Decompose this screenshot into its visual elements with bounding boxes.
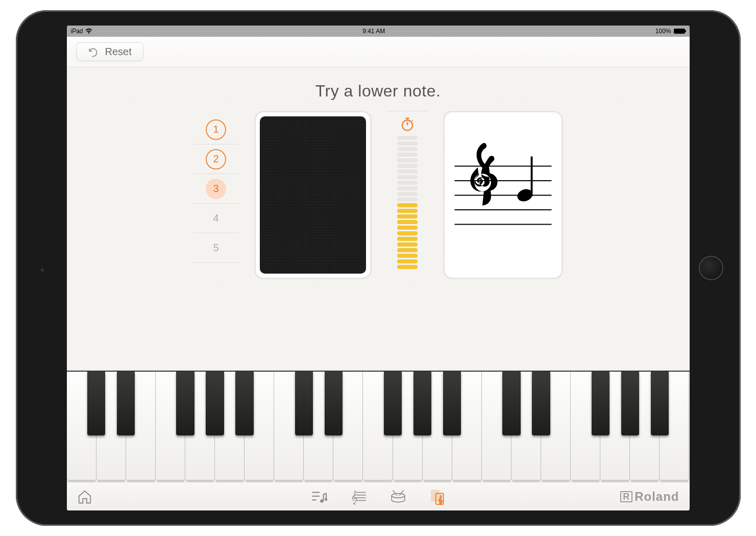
reset-button[interactable]: Reset: [76, 42, 143, 61]
black-key[interactable]: [325, 372, 343, 435]
undo-icon: [88, 47, 98, 57]
timer-bar: [397, 169, 418, 174]
timer-bar: [397, 265, 418, 269]
timer-bar: [397, 259, 418, 263]
timer-bar: [397, 254, 418, 258]
timer-bar: [397, 181, 418, 185]
level-3[interactable]: 3: [193, 174, 239, 204]
music-staff: [450, 132, 556, 258]
black-key[interactable]: [532, 372, 550, 435]
timer-bar: [397, 220, 418, 224]
brand-logo: R Roland: [620, 490, 679, 504]
screen: iPad 9:41 AM 100% Reset Try a lower note…: [67, 26, 690, 510]
timer-bar: [397, 209, 418, 213]
level-2[interactable]: 2: [193, 144, 239, 174]
timer-bar: [397, 164, 418, 168]
svg-text:𝄞: 𝄞: [351, 490, 358, 504]
timer-bar: [397, 203, 418, 207]
svg-line-20: [399, 490, 404, 496]
tab-flashcard[interactable]: 𝄞: [429, 488, 447, 505]
battery-pct: 100%: [655, 28, 671, 35]
timer-bar: [397, 248, 418, 252]
timer-bar: [397, 226, 418, 230]
svg-point-12: [325, 498, 327, 500]
timer-bar: [397, 237, 418, 241]
timer-bar: [397, 158, 418, 162]
timer-bar: [397, 175, 418, 179]
black-key[interactable]: [176, 372, 194, 435]
ipad-frame: iPad 9:41 AM 100% Reset Try a lower note…: [16, 10, 741, 526]
black-key[interactable]: [117, 372, 135, 435]
app-toolbar: Reset: [67, 37, 690, 67]
black-key[interactable]: [621, 372, 639, 435]
black-key[interactable]: [502, 372, 520, 435]
piano-region: [67, 371, 690, 482]
timer-bar: [397, 242, 418, 247]
timer-bar: [397, 231, 418, 235]
black-key[interactable]: [206, 372, 224, 435]
treble-clef-icon: [470, 143, 497, 205]
svg-rect-7: [531, 156, 533, 196]
hidden-card[interactable]: [254, 111, 372, 279]
timer-bar: [397, 192, 418, 196]
home-icon[interactable]: [77, 489, 92, 504]
svg-point-18: [392, 493, 405, 498]
level-list: 12345: [193, 111, 239, 263]
ipad-home-button[interactable]: [699, 256, 723, 280]
level-1[interactable]: 1: [193, 115, 239, 144]
timer-bar: [397, 153, 418, 157]
black-key[interactable]: [87, 372, 105, 435]
clock: 9:41 AM: [362, 28, 385, 35]
timer-bar: [397, 198, 418, 202]
battery-icon: [674, 29, 685, 34]
timer-bar: [397, 214, 418, 218]
brand-text: Roland: [635, 490, 679, 504]
main-content: Try a lower note. 12345: [67, 67, 690, 482]
timer-bar: [397, 136, 418, 140]
black-key[interactable]: [413, 372, 431, 435]
hint-text: Try a lower note.: [67, 67, 690, 106]
camera-dot: [40, 268, 44, 272]
black-key[interactable]: [235, 372, 253, 435]
stopwatch-icon: [400, 116, 415, 132]
tab-bar: 𝄞 𝄞 R Roland: [67, 482, 690, 510]
hidden-card-face: [260, 116, 366, 274]
status-bar: iPad 9:41 AM 100%: [67, 26, 690, 37]
timer-bars: [397, 136, 418, 269]
black-key[interactable]: [592, 372, 609, 435]
black-key[interactable]: [295, 372, 313, 435]
reset-label: Reset: [105, 46, 132, 58]
wifi-icon: [85, 28, 92, 34]
black-key[interactable]: [651, 372, 669, 435]
svg-line-19: [393, 490, 397, 496]
piano-keyboard[interactable]: [67, 371, 690, 482]
note-card[interactable]: [443, 111, 563, 279]
timer-column: [387, 111, 428, 269]
tab-rhythm[interactable]: [389, 488, 407, 505]
timer-bar: [397, 147, 418, 151]
level-4[interactable]: 4: [193, 204, 239, 233]
brand-r-icon: R: [620, 491, 632, 502]
timer-bar: [397, 141, 418, 145]
tab-icons: 𝄞 𝄞: [310, 488, 447, 505]
svg-text:𝄞: 𝄞: [438, 495, 443, 504]
black-key[interactable]: [384, 372, 402, 435]
level-5[interactable]: 5: [193, 233, 239, 263]
timer-bar: [397, 186, 418, 190]
quarter-note-icon: [516, 156, 534, 203]
tab-songlist[interactable]: [310, 488, 327, 505]
device-label: iPad: [71, 28, 83, 35]
black-key[interactable]: [443, 372, 461, 435]
game-area: 12345: [67, 106, 690, 279]
tab-score[interactable]: 𝄞: [350, 488, 367, 505]
